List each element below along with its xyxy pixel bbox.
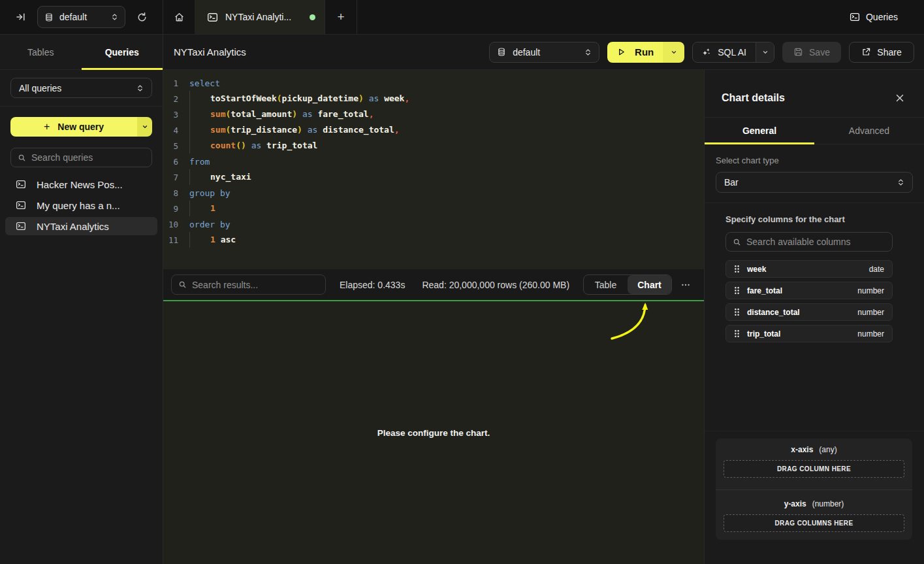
terminal-icon — [850, 12, 860, 22]
updown-chevron-icon — [136, 84, 144, 93]
code-line: 1select — [163, 75, 704, 91]
new-query-button[interactable]: +New query — [10, 117, 152, 137]
column-row[interactable]: distance_totalnumber — [725, 303, 893, 321]
chart-type-select[interactable]: Bar — [716, 172, 913, 193]
run-dropdown[interactable] — [663, 42, 684, 63]
tab-advanced[interactable]: Advanced — [814, 118, 924, 144]
query-filter-value: All queries — [19, 83, 136, 93]
query-item-label: NYTaxi Analytics — [37, 221, 109, 232]
panel-title: Chart details — [722, 92, 895, 104]
table-view-button[interactable]: Table — [584, 275, 628, 294]
read-stat: Read: 20,000,000 rows (260.00 MB) — [422, 280, 569, 290]
database-selector-topbar[interactable]: default — [37, 6, 125, 28]
tab-general[interactable]: General — [705, 118, 814, 144]
results-search[interactable] — [171, 274, 326, 295]
code-line: 4sum(trip_distance) as distance_total, — [163, 122, 704, 138]
drag-handle-icon[interactable] — [734, 308, 740, 316]
columns-list: weekdatefare_totalnumberdistance_totalnu… — [725, 260, 893, 342]
x-axis-dropzone[interactable]: DRAG COLUMN HERE — [724, 460, 904, 478]
query-list-item[interactable]: My query has a n... — [5, 196, 157, 214]
run-button[interactable]: Run — [607, 42, 684, 63]
share-button[interactable]: Share — [849, 42, 914, 63]
columns-search[interactable] — [725, 232, 893, 252]
x-axis-zone: x-axis (any) DRAG COLUMN HERE — [716, 439, 912, 489]
search-icon — [733, 238, 741, 246]
column-type: number — [857, 308, 884, 317]
page-title: NYTaxi Analytics — [174, 46, 489, 58]
unsaved-dot — [310, 14, 315, 20]
chart-type-label: Select chart type — [716, 156, 913, 165]
results-search-input[interactable] — [192, 280, 319, 290]
sidebar-search[interactable] — [10, 148, 152, 167]
panel-tabs: General Advanced — [705, 118, 924, 144]
new-tab-button[interactable]: + — [325, 0, 357, 34]
query-list-item[interactable]: Hacker News Pos... — [5, 175, 157, 193]
home-tab[interactable] — [163, 0, 195, 34]
close-icon[interactable] — [895, 93, 904, 103]
save-button[interactable]: Save — [782, 42, 841, 63]
run-label: Run — [635, 46, 654, 58]
sql-ai-dropdown[interactable] — [756, 42, 774, 62]
sql-ai-button[interactable]: SQL AI — [692, 42, 774, 63]
chart-area: Please configure the chart. — [163, 301, 704, 564]
column-name: week — [747, 265, 869, 274]
tab-tables[interactable]: Tables — [0, 35, 82, 69]
panel-header: Chart details — [705, 70, 924, 118]
search-icon — [178, 280, 187, 289]
save-label: Save — [809, 47, 830, 58]
annotation-arrow — [163, 301, 704, 380]
code-line: 7nyc_taxi — [163, 169, 704, 185]
terminal-icon — [207, 12, 218, 23]
column-row[interactable]: fare_totalnumber — [725, 282, 893, 299]
query-tab[interactable]: NYTaxi Analyti... — [195, 0, 325, 34]
updown-chevron-icon — [897, 178, 904, 187]
columns-label: Specify columns for the chart — [725, 214, 893, 224]
plus-icon: + — [44, 121, 50, 133]
view-toggle: Table Chart — [583, 274, 672, 295]
tab-queries[interactable]: Queries — [82, 35, 163, 69]
drag-handle-icon[interactable] — [734, 265, 740, 273]
sparkles-icon — [701, 47, 711, 57]
new-query-label: New query — [57, 122, 104, 132]
column-name: trip_total — [747, 329, 857, 339]
code-line: 10order by — [163, 216, 704, 232]
more-options-icon[interactable] — [677, 280, 695, 290]
y-axis-dropzone-label: DRAG COLUMNS HERE — [774, 520, 853, 527]
queries-menu-label: Queries — [866, 12, 898, 22]
terminal-icon — [16, 221, 26, 231]
drag-handle-icon[interactable] — [734, 286, 740, 295]
columns-search-input[interactable] — [746, 237, 885, 247]
sidebar-tabs: Tables Queries — [0, 35, 163, 70]
results-toolbar: Elapsed: 0.433s Read: 20,000,000 rows (2… — [163, 269, 704, 300]
axes-section: x-axis (any) DRAG COLUMN HERE — [705, 431, 924, 540]
query-filter-select[interactable]: All queries — [10, 78, 152, 98]
database-selector-header[interactable]: default — [489, 42, 599, 63]
code-line: 8group by — [163, 185, 704, 201]
query-list: Hacker News Pos...My query has a n...NYT… — [5, 175, 157, 238]
new-query-dropdown[interactable] — [137, 117, 152, 137]
column-row[interactable]: weekdate — [725, 260, 893, 278]
sql-editor[interactable]: 1select2toStartOfWeek(pickup_datetime) a… — [163, 70, 704, 269]
x-axis-type: (any) — [819, 445, 836, 454]
updown-chevron-icon — [111, 12, 118, 22]
search-icon — [18, 154, 26, 162]
query-tab-title: NYTaxi Analyti... — [225, 12, 310, 22]
query-item-label: Hacker News Pos... — [37, 179, 123, 190]
chart-type-value: Bar — [724, 177, 897, 188]
sidebar-search-input[interactable] — [31, 152, 145, 163]
collapse-sidebar-icon[interactable] — [16, 12, 26, 22]
refresh-icon[interactable] — [136, 12, 148, 23]
chart-empty-message: Please configure the chart. — [377, 428, 490, 438]
x-axis-label: x-axis — [791, 445, 813, 454]
queries-menu-button[interactable]: Queries — [850, 0, 898, 34]
column-type: number — [857, 329, 884, 339]
y-axis-zone: y-axis (number) DRAG COLUMNS HERE — [716, 489, 912, 540]
code-line: 91 — [163, 201, 704, 216]
database-icon — [497, 47, 506, 57]
column-row[interactable]: trip_totalnumber — [725, 325, 893, 342]
y-axis-dropzone[interactable]: DRAG COLUMNS HERE — [724, 514, 904, 532]
chart-view-button[interactable]: Chart — [628, 275, 671, 294]
code-line: 111 asc — [163, 232, 704, 248]
query-list-item[interactable]: NYTaxi Analytics — [5, 217, 157, 235]
drag-handle-icon[interactable] — [734, 329, 740, 338]
